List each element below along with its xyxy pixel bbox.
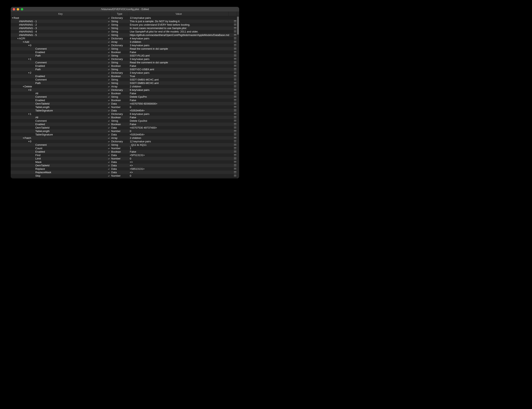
key-type-stepper-icon[interactable]: ▴▾	[108, 175, 110, 177]
tree-row[interactable]: Comment▴▾StringSSDT-SMBS-MCHC.aml	[11, 78, 239, 81]
tree-row[interactable]: ▼1▴▾Dictionary6 key/value pairs	[11, 112, 239, 116]
tree-row[interactable]: ▼2▴▾Dictionary3 key/value pairs	[11, 71, 239, 74]
scrollbar-thumb[interactable]	[237, 17, 239, 35]
type-cell[interactable]: Data	[110, 154, 129, 157]
type-cell[interactable]: Data	[110, 102, 129, 105]
tree-row[interactable]: Path▴▾StringSSDT-EC-USBX.aml	[11, 68, 239, 71]
key-cell[interactable]: ReplaceMask▴▾	[11, 171, 110, 174]
disclosure-triangle-icon[interactable]: ▼	[22, 137, 24, 139]
value-cell[interactable]: 12 key/value pairs	[129, 140, 231, 143]
reorder-icon[interactable]	[234, 165, 236, 166]
key-type-stepper-icon[interactable]: ▴▾	[108, 62, 110, 64]
value-cell[interactable]: False	[129, 123, 231, 126]
tree-row[interactable]: ReplaceMask▴▾Data<>	[11, 171, 239, 174]
type-cell[interactable]: Boolean	[110, 116, 129, 119]
key-type-stepper-icon[interactable]: ▴▾	[108, 130, 110, 132]
reorder-icon[interactable]	[234, 140, 236, 142]
value-cell[interactable]: True	[129, 75, 231, 78]
reorder-icon[interactable]	[234, 58, 236, 60]
reorder-icon[interactable]	[234, 127, 236, 129]
type-cell[interactable]: Number	[110, 147, 129, 150]
key-cell[interactable]: Limit▴▾	[11, 157, 110, 160]
tree-row[interactable]: Enabled▴▾BooleanTrue	[11, 74, 239, 78]
reorder-icon[interactable]	[234, 154, 236, 156]
key-type-stepper-icon[interactable]: ▴▾	[108, 134, 110, 136]
key-cell[interactable]: OemTableId▴▾	[11, 102, 110, 105]
reorder-icon[interactable]	[234, 27, 236, 29]
reorder-icon[interactable]	[234, 82, 236, 84]
reorder-icon[interactable]	[234, 72, 236, 74]
key-cell[interactable]: ▼0▴▾	[11, 140, 110, 143]
tree-row[interactable]: ▼1▴▾Dictionary3 key/value pairs	[11, 57, 239, 61]
value-cell[interactable]: False	[129, 65, 231, 67]
key-type-stepper-icon[interactable]: ▴▾	[108, 171, 110, 173]
tree-row[interactable]: Comment▴▾StringDelete Cpu0Ist	[11, 119, 239, 122]
reorder-icon[interactable]	[234, 41, 236, 43]
value-cell[interactable]: 4 key/value pairs	[129, 37, 231, 40]
key-type-stepper-icon[interactable]: ▴▾	[108, 147, 110, 149]
value-cell[interactable]: Use SampleFull.plist for end of life mod…	[129, 30, 231, 33]
value-cell[interactable]: False	[129, 51, 231, 54]
type-cell[interactable]: Data	[110, 109, 129, 112]
tree-row[interactable]: Find▴▾Data<5F513131>	[11, 153, 239, 157]
type-cell[interactable]: Array	[110, 85, 129, 88]
type-cell[interactable]: String	[110, 143, 129, 146]
key-type-stepper-icon[interactable]: ▴▾	[108, 140, 110, 142]
key-type-stepper-icon[interactable]: ▴▾	[108, 99, 110, 101]
type-cell[interactable]: String	[110, 30, 129, 33]
key-cell[interactable]: ▼0▴▾	[11, 88, 110, 92]
key-cell[interactable]: ▼Add▴▾	[11, 40, 110, 43]
key-type-stepper-icon[interactable]: ▴▾	[108, 154, 110, 156]
key-type-stepper-icon[interactable]: ▴▾	[108, 93, 110, 94]
tree-row[interactable]: Path▴▾StringSSDT-PLUG.aml	[11, 54, 239, 57]
type-cell[interactable]: Dictionary	[110, 57, 129, 61]
tree-row[interactable]: All▴▾BooleanFalse	[11, 92, 239, 95]
value-cell[interactable]: 0	[129, 130, 231, 133]
reorder-icon[interactable]	[234, 120, 236, 122]
value-cell[interactable]: 3 key/value pairs	[129, 57, 231, 61]
type-cell[interactable]: Dictionary	[110, 140, 129, 143]
vertical-scrollbar[interactable]	[237, 16, 239, 178]
key-type-stepper-icon[interactable]: ▴▾	[108, 72, 110, 74]
type-cell[interactable]: Number	[110, 157, 129, 160]
key-cell[interactable]: Enabled▴▾	[11, 65, 110, 67]
value-cell[interactable]: 6 key/value pairs	[129, 88, 231, 92]
tree-row[interactable]: Path▴▾StringSSDT-SMBS-MCHC.aml	[11, 81, 239, 85]
type-cell[interactable]: String	[110, 20, 129, 23]
tree-row[interactable]: ▼0▴▾Dictionary6 key/value pairs	[11, 88, 239, 92]
value-cell[interactable]: False	[129, 116, 231, 119]
key-cell[interactable]: ▼Root▴▾	[11, 16, 110, 19]
key-type-stepper-icon[interactable]: ▴▾	[108, 79, 110, 81]
value-cell[interactable]: 0	[129, 157, 231, 160]
value-cell[interactable]: <5F513131>	[129, 154, 231, 157]
reorder-icon[interactable]	[234, 175, 236, 177]
key-type-stepper-icon[interactable]: ▴▾	[108, 161, 110, 163]
tree-row[interactable]: Count▴▾Number1	[11, 147, 239, 150]
reorder-icon[interactable]	[234, 137, 236, 139]
minimize-icon[interactable]	[17, 8, 19, 10]
key-cell[interactable]: Skip▴▾	[11, 174, 110, 177]
key-cell[interactable]: ▼2▴▾	[11, 71, 110, 74]
tree-row[interactable]: All▴▾BooleanFalse	[11, 116, 239, 119]
value-cell[interactable]: 1	[129, 147, 231, 150]
key-type-stepper-icon[interactable]: ▴▾	[108, 110, 110, 112]
key-type-stepper-icon[interactable]: ▴▾	[108, 75, 110, 77]
tree-row[interactable]: Comment▴▾StringRead the comment in dsl s…	[11, 47, 239, 50]
type-cell[interactable]: Boolean	[110, 99, 129, 102]
reorder-icon[interactable]	[234, 48, 236, 50]
key-type-stepper-icon[interactable]: ▴▾	[108, 41, 110, 43]
reorder-icon[interactable]	[234, 89, 236, 91]
tree-row[interactable]: ▼0▴▾Dictionary12 key/value pairs	[11, 140, 239, 143]
key-cell[interactable]: #WARNING - 2▴▾	[11, 23, 110, 26]
key-type-stepper-icon[interactable]: ▴▾	[108, 120, 110, 122]
key-cell[interactable]: ▼0▴▾	[11, 44, 110, 47]
type-cell[interactable]: Array	[110, 40, 129, 43]
value-cell[interactable]: <43707530 49737400>	[129, 126, 231, 129]
key-type-stepper-icon[interactable]: ▴▾	[108, 37, 110, 40]
reorder-icon[interactable]	[234, 68, 236, 70]
key-type-stepper-icon[interactable]: ▴▾	[108, 82, 110, 84]
value-cell[interactable]: 0	[129, 174, 231, 177]
type-cell[interactable]: Data	[110, 126, 129, 129]
tree-row[interactable]: #WARNING - 2▴▾StringEnsure you understan…	[11, 23, 239, 27]
key-cell[interactable]: #WARNING - 5▴▾	[11, 34, 110, 37]
